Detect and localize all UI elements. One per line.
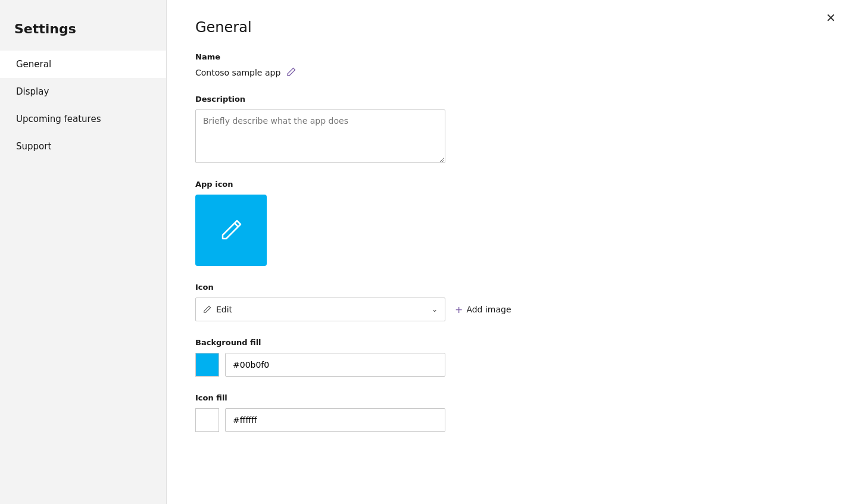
sidebar-item-upcoming-features[interactable]: Upcoming features — [0, 105, 166, 133]
close-button[interactable]: ✕ — [821, 10, 841, 26]
icon-section: Icon Edit ⌄ + Add image — [195, 283, 674, 321]
plus-icon: + — [455, 304, 463, 315]
icon-fill-row — [195, 408, 674, 432]
bg-fill-row — [195, 353, 674, 377]
name-section: Name Contoso sample app — [195, 52, 674, 78]
background-color-swatch[interactable] — [195, 353, 219, 377]
chevron-down-icon: ⌄ — [432, 305, 438, 314]
icon-select-dropdown[interactable]: Edit ⌄ — [195, 298, 445, 321]
icon-fill-input[interactable] — [225, 408, 445, 432]
main-content: ✕ General Name Contoso sample app Descri… — [167, 0, 855, 504]
add-image-label: Add image — [466, 305, 511, 314]
icon-fill-label: Icon fill — [195, 393, 674, 402]
app-icon-preview[interactable] — [195, 195, 267, 266]
edit-name-button[interactable] — [286, 67, 296, 78]
background-color-input[interactable] — [225, 353, 445, 377]
background-fill-section: Background fill — [195, 338, 674, 377]
icon-color-swatch[interactable] — [195, 408, 219, 432]
app-icon-section: App icon — [195, 180, 674, 266]
name-row: Contoso sample app — [195, 67, 674, 78]
sidebar-title: Settings — [0, 12, 166, 51]
sidebar-item-support[interactable]: Support — [0, 133, 166, 160]
sidebar-item-general[interactable]: General — [0, 51, 166, 78]
sidebar: Settings General Display Upcoming featur… — [0, 0, 167, 504]
app-name-value: Contoso sample app — [195, 68, 280, 77]
icon-select-value: Edit — [216, 305, 232, 314]
description-textarea[interactable] — [195, 109, 445, 163]
app-icon-label: App icon — [195, 180, 674, 189]
description-section: Description — [195, 95, 674, 163]
icon-select-left: Edit — [203, 305, 232, 314]
page-title: General — [195, 19, 674, 36]
name-label: Name — [195, 52, 674, 61]
icon-fill-section: Icon fill — [195, 393, 674, 432]
sidebar-item-display[interactable]: Display — [0, 78, 166, 105]
description-label: Description — [195, 95, 674, 104]
icon-row: Edit ⌄ + Add image — [195, 298, 674, 321]
background-fill-label: Background fill — [195, 338, 674, 347]
add-image-button[interactable]: + Add image — [455, 304, 511, 315]
icon-label: Icon — [195, 283, 674, 292]
